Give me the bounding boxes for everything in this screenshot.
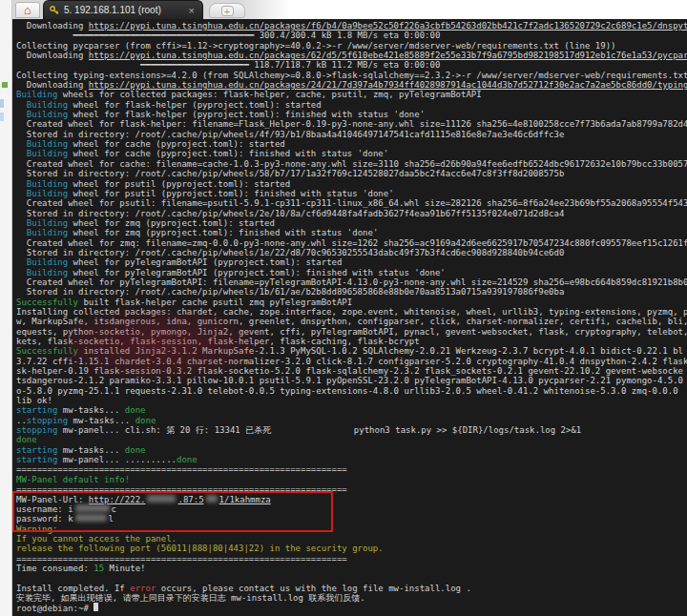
terminal-line: MW-Panel-Url: http://222..87:51/1kahmmza (16, 495, 687, 504)
terminal-cursor (94, 603, 98, 611)
terminal-line: Created wheel for zmq: filename=zmq-0.0.… (16, 238, 687, 248)
terminal-line: equests, python-socketio, pymongo, Jinja… (16, 327, 687, 337)
terminal-line: Downloading https://pypi.tuna.tsinghua.e… (16, 80, 687, 90)
terminal-line: username: ic (16, 504, 687, 514)
redacted-text (147, 495, 176, 503)
terminal-line: MW-Panel default info! (16, 475, 687, 484)
terminal-output: Downloading https://pypi.tuna.tsinghua.e… (16, 21, 687, 613)
background-green-mark (2, 82, 8, 88)
terminal-line: o-5.8.0 pyzmq-25.1.1 requests-2.31.0 tel… (16, 386, 687, 396)
redacted-text (206, 495, 218, 503)
tab-close-icon[interactable]: × (187, 5, 197, 16)
terminal-line: Successfully installed Jinja2-3.1.2 Mark… (16, 346, 687, 356)
terminal-line (16, 573, 687, 583)
terminal-line: starting mw-tasks... done (16, 405, 687, 415)
background-window-edge (0, 0, 12, 616)
tab-bar: ⌂ 5. 192.168.1.101 (root) × + (12, 0, 687, 19)
terminal-line: Building wheel for cache (pyproject.toml… (16, 149, 687, 158)
terminal-line: Building wheel for psutil (pyproject.tom… (16, 189, 687, 198)
terminal-line: password: kl (16, 514, 687, 524)
terminal-line: Downloading https://pypi.tuna.tsinghua.e… (16, 51, 687, 60)
terminal-line: Warning: (16, 524, 687, 534)
app-window: ⌂ 5. 192.168.1.101 (root) × + Downloadin… (0, 0, 687, 616)
terminal-line: Building wheels for collected packages: … (16, 90, 687, 99)
terminal-line: Building wheel for flask-helper (pyproje… (16, 110, 687, 119)
terminal-line: Stored in directory: /root/.cache/pip/wh… (16, 130, 687, 139)
terminal-line: Building wheel for zmq (pyproject.toml):… (16, 228, 687, 237)
redacted-text (75, 514, 107, 522)
terminal-line: Created wheel for psutil: filename=psuti… (16, 198, 687, 208)
home-button[interactable]: ⌂ (15, 2, 40, 18)
terminal-line: Created wheel for cache: filename=cache-… (16, 159, 687, 169)
terminal-line: sk-helper-0.19 flask-session-0.3.2 flask… (16, 366, 687, 376)
terminal-line: ..stopping mw-tasks... done (16, 416, 687, 425)
terminal-line: Installing collected packages: chardet, … (16, 307, 687, 317)
terminal-line: ========================================… (16, 464, 687, 474)
terminal-line: w, MarkupSafe, itsdangerous, idna, gunic… (16, 317, 687, 326)
terminal-line: Stored in directory: /root/.cache/pip/wh… (16, 209, 687, 218)
terminal-line: starting mw-panel... ..........done (16, 455, 687, 464)
terminal-line: lib ok! (16, 396, 687, 405)
background-blue-mark (0, 99, 4, 108)
redacted-text (75, 504, 110, 512)
terminal-line: kets, flask-socketio, flask-session, fla… (16, 337, 687, 346)
terminal-line: Building wheel for psutil (pyproject.tom… (16, 179, 687, 189)
terminal-line: starting mw-tasks... done (16, 445, 687, 455)
terminal-line: ========================================… (16, 484, 687, 494)
terminal-window[interactable]: Downloading https://pypi.tuna.tsinghua.e… (12, 19, 687, 616)
terminal-line: Stored in directory: /root/.cache/pip/wh… (16, 248, 687, 257)
terminal-line: Building wheel for flask-helper (pyproje… (16, 100, 687, 110)
terminal-line: tsdangerous-2.1.2 paramiko-3.3.1 pillow-… (16, 376, 687, 385)
terminal-line: stopping mw-panel... cli.sh: 第 20 行: 133… (16, 425, 687, 435)
terminal-line: release the following port (56011|888|80… (16, 544, 687, 553)
background-blue-mark (0, 113, 4, 121)
new-tab-icon: + (221, 6, 234, 16)
terminal-line: root@debian:~# (16, 603, 687, 612)
terminal-line: Building wheel for pyTelegramBotAPI (pyp… (16, 268, 687, 277)
terminal-line: 安装完毕, 如果出现错误, 请带上同目录下的安装日志 mw-install.lo… (16, 593, 687, 603)
terminal-line: Install completed. If error occurs, plea… (16, 584, 687, 593)
terminal-line: done (16, 435, 687, 444)
terminal-line: ━━━━━━━━━━━━━━━━━━━━━━━━━━━━━━━━━━━ 300.… (16, 31, 687, 40)
key-icon (50, 6, 59, 15)
terminal-line: 3.7.22 cffi-1.15.1 chardet-3.0.4 charset… (16, 357, 687, 366)
terminal-line: Collecting typing-extensions>=4.2.0 (fro… (16, 71, 687, 80)
terminal-line: ━━━━━━━━━━━━━━━━━━━━━ 118.7/118.7 kB 11.… (16, 60, 687, 70)
terminal-line: ========================================… (16, 554, 687, 564)
tab-title: 5. 192.168.1.101 (root) (64, 5, 182, 15)
terminal-line: Time consumed: 15 Minute! (16, 564, 687, 573)
terminal-line: Building wheel for pyTelegramBotAPI (pyp… (16, 257, 687, 267)
terminal-line: Downloading https://pypi.tuna.tsinghua.e… (16, 21, 687, 31)
session-tab[interactable]: 5. 192.168.1.101 (root) × (43, 0, 203, 19)
terminal-line: Building wheel for zmq (pyproject.toml):… (16, 218, 687, 228)
terminal-line: If you cannot access the panel. (16, 534, 687, 544)
terminal-line: Collecting pycparser (from cffi>=1.12->c… (16, 41, 687, 51)
terminal-line: Created wheel for flask-helper: filename… (16, 119, 687, 129)
terminal-line: Successfully built flask-helper cache ps… (16, 298, 687, 307)
terminal-line: Building wheel for cache (pyproject.toml… (16, 139, 687, 149)
terminal-line: Stored in directory: /root/.cache/pip/wh… (16, 169, 687, 178)
terminal-line: Created wheel for pyTelegramBotAPI: file… (16, 277, 687, 287)
terminal-line: Stored in directory: /root/.cache/pip/wh… (16, 287, 687, 297)
new-tab-button[interactable]: + (209, 3, 245, 18)
home-icon: ⌂ (24, 3, 31, 17)
